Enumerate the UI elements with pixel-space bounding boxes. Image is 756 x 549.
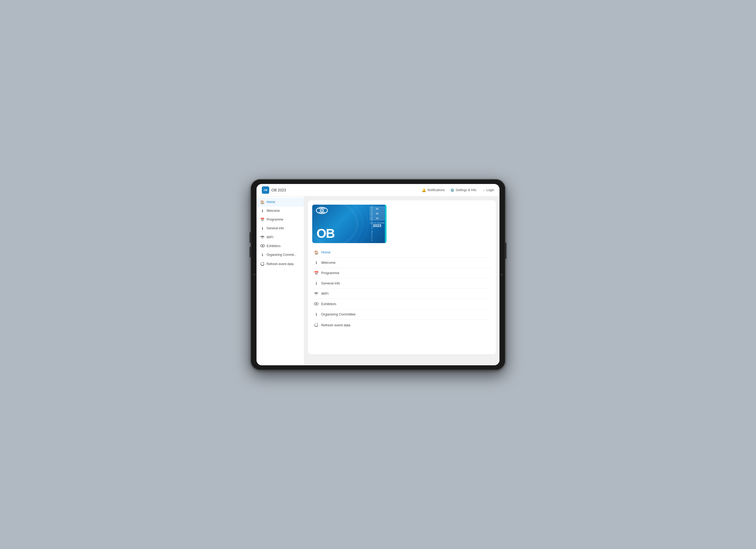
sidebar-item-general-info[interactable]: ℹ General info (257, 224, 304, 233)
eye-icon-exhibitors (260, 244, 264, 248)
content-menu-item-programme[interactable]: 📅 Programme (312, 268, 492, 278)
content-menu: 🏠 Home ℹ Welcome 📅 Programme ℹ (312, 247, 492, 330)
content-label-programme: Programme (321, 271, 339, 275)
content-label-exhibitors: Exhibitors (321, 302, 336, 306)
info-icon-general: ℹ (260, 227, 264, 231)
content-menu-item-home[interactable]: 🏠 Home (312, 247, 492, 258)
sidebar-label-programme: Programme (267, 218, 283, 221)
power-button (505, 243, 506, 259)
sidebar-label-general-info: General info (267, 227, 284, 230)
sidebar-label-exhibitors: Exhibitors (267, 244, 281, 248)
notifications-button[interactable]: 🔔 Notifications (422, 188, 445, 192)
content-info-icon-general: ℹ (314, 281, 319, 285)
sidebar-item-refresh[interactable]: Refresh event data (257, 259, 304, 269)
content-wifi-icon (314, 291, 319, 296)
sidebar-label-refresh: Refresh event data (267, 262, 293, 266)
content-card: OB 22 23 24 LIVE IN SQUARE 2023 (308, 201, 496, 354)
settings-button[interactable]: ⚙️ Settings & Info (450, 188, 476, 192)
app-title: OB 2023 (271, 188, 286, 192)
content-menu-item-exhibitors[interactable]: Exhibitors (312, 299, 492, 309)
content-label-wifi: WIFI (321, 291, 328, 295)
content-menu-item-organizing-committee[interactable]: ℹ Organizing Committee (312, 309, 492, 320)
login-icon: → (482, 188, 485, 192)
event-banner: OB 22 23 24 LIVE IN SQUARE 2023 (312, 205, 386, 243)
tablet-screen: OB OB 2023 🔔 Notifications ⚙️ Settings &… (257, 184, 499, 365)
content-menu-item-refresh[interactable]: Refresh event data (312, 320, 492, 330)
content-label-home: Home (321, 250, 331, 254)
content-refresh-icon (314, 322, 319, 328)
content-label-welcome: Welcome (321, 261, 336, 265)
sidebar-label-welcome: Welcome (267, 209, 280, 213)
svg-point-11 (316, 303, 317, 304)
camera-left (253, 274, 255, 276)
sidebar-item-programme[interactable]: 📅 Programme (257, 215, 304, 224)
camera-right (501, 274, 503, 276)
content-home-icon: 🏠 (314, 250, 319, 255)
content-info-icon-committee: ℹ (314, 312, 319, 316)
tablet-shell: OB OB 2023 🔔 Notifications ⚙️ Settings &… (251, 179, 505, 370)
svg-point-9 (321, 210, 323, 211)
wifi-icon (260, 235, 264, 240)
login-button[interactable]: → Login (482, 188, 494, 192)
volume-down-button (250, 247, 251, 258)
calendar-icon: 📅 (260, 218, 264, 222)
volume-up-button (250, 232, 251, 243)
sidebar-item-exhibitors[interactable]: Exhibitors (257, 242, 304, 251)
content-label-refresh: Refresh event data (321, 323, 350, 327)
content-menu-item-general-info[interactable]: ℹ General info (312, 278, 492, 289)
content-eye-icon (314, 302, 319, 306)
header-nav: 🔔 Notifications ⚙️ Settings & Info → Log… (422, 188, 494, 192)
notifications-label: Notifications (427, 188, 445, 192)
banner-ob-text: OB (316, 227, 334, 241)
gear-icon: ⚙️ (450, 188, 454, 192)
app-body: 🏠 Home ℹ Welcome 📅 Programme ℹ General i… (257, 197, 499, 365)
info-icon-committee: ℹ (260, 253, 264, 257)
sidebar-item-organizing-committee[interactable]: ℹ Organizing Commit... (257, 251, 304, 259)
content-calendar-icon: 📅 (314, 271, 319, 275)
main-content: OB 22 23 24 LIVE IN SQUARE 2023 (304, 197, 499, 365)
sidebar-label-organizing-committee: Organizing Commit... (267, 253, 297, 257)
svg-point-1 (262, 245, 263, 246)
sidebar-item-welcome[interactable]: ℹ Welcome (257, 207, 304, 215)
logo-text: OB (264, 189, 267, 192)
home-icon: 🏠 (260, 200, 264, 204)
sidebar-label-home: Home (267, 200, 275, 204)
app-logo-area: OB OB 2023 (262, 186, 286, 194)
bell-icon: 🔔 (422, 188, 426, 192)
refresh-icon (260, 262, 264, 267)
sidebar: 🏠 Home ℹ Welcome 📅 Programme ℹ General i… (257, 197, 304, 365)
content-label-organizing-committee: Organizing Committee (321, 312, 355, 316)
banner-cyan-stripe (385, 205, 386, 243)
info-icon-welcome: ℹ (260, 209, 264, 213)
sidebar-item-home[interactable]: 🏠 Home (257, 198, 304, 207)
banner-subtitle: OPHTHALMOLOGICA BELGICA (371, 206, 373, 242)
sidebar-item-wifi[interactable]: WIFI (257, 233, 304, 242)
content-info-icon-welcome: ℹ (314, 261, 319, 265)
settings-label: Settings & Info (456, 188, 476, 192)
login-label: Login (486, 188, 494, 192)
app-logo-icon: OB (262, 186, 269, 194)
content-label-general-info: General info (321, 281, 340, 285)
content-menu-item-wifi[interactable]: WIFI (312, 289, 492, 299)
app-header: OB OB 2023 🔔 Notifications ⚙️ Settings &… (257, 184, 499, 197)
content-menu-item-welcome[interactable]: ℹ Welcome (312, 258, 492, 268)
sidebar-label-wifi: WIFI (267, 236, 273, 239)
